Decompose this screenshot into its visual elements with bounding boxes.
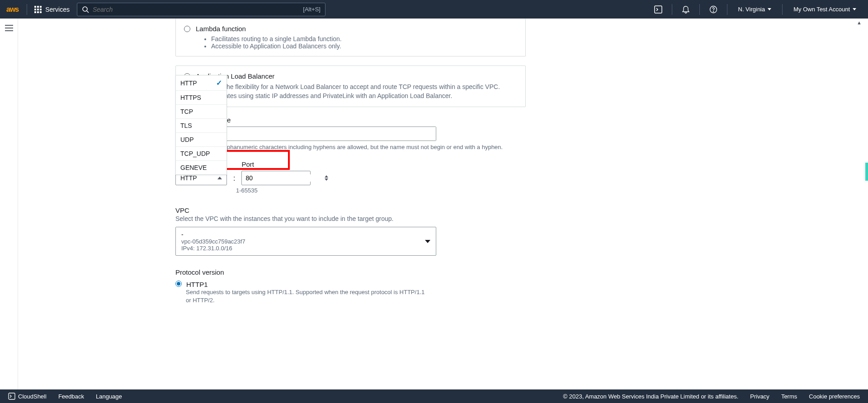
search-shortcut: [Alt+S] [303, 6, 321, 13]
target-type-option-alb[interactable]: Application Load Balancer the flexibilit… [175, 66, 526, 107]
protocol-option-geneve[interactable]: GENEVE [176, 161, 226, 174]
protocol-option-https[interactable]: HTTPS [176, 91, 226, 105]
svg-point-0 [83, 7, 87, 11]
caret-down-icon [768, 8, 771, 10]
divider [672, 4, 672, 15]
port-input[interactable] [245, 174, 325, 182]
divider [727, 4, 727, 15]
divider [699, 4, 700, 15]
svg-point-4 [713, 11, 714, 12]
lambda-bullet-2: Accessible to Application Load Balancers… [211, 42, 517, 50]
protocol-dropdown-list: HTTP ✓ HTTPS TCP TLS UDP TCP_UDP GENEVE [175, 75, 227, 175]
divider [27, 4, 27, 15]
http1-label: HTTP1 [186, 281, 208, 288]
alb-desc-2: ates using static IP addresses and Priva… [225, 92, 452, 99]
svg-line-1 [87, 11, 89, 13]
vpc-select[interactable]: - vpc-05d359cc759ac23f7 IPv4: 172.31.0.0… [175, 227, 436, 256]
services-menu-button[interactable]: Services [31, 6, 73, 13]
lambda-bullet-1: Facilitates routing to a single Lambda f… [211, 35, 517, 42]
services-label: Services [45, 6, 70, 13]
main-scroll-area[interactable]: Lambda function Facilitates routing to a… [18, 19, 868, 389]
aws-header: aws Services [Alt+S] N. Virginia My Own … [0, 0, 868, 19]
caret-down-icon [853, 8, 856, 10]
region-label: N. Virginia [738, 6, 765, 13]
protocol-version-title: Protocol version [175, 268, 526, 276]
http1-desc: Send requests to targets using HTTP/1.1.… [186, 288, 425, 305]
alb-desc-1: the flexibility for a Network Load Balan… [225, 83, 500, 90]
port-spinner[interactable] [325, 175, 328, 181]
vpc-desc: Select the VPC with the instances that y… [175, 215, 526, 222]
cloudshell-icon-button[interactable] [650, 1, 666, 18]
triangle-down-icon [425, 240, 430, 243]
check-icon: ✓ [216, 79, 222, 87]
region-selector[interactable]: N. Virginia [733, 6, 777, 13]
apps-grid-icon [34, 6, 42, 13]
protocol-option-http[interactable]: HTTP ✓ [176, 75, 226, 91]
triangle-up-icon [217, 177, 222, 179]
radio-http1[interactable] [175, 281, 182, 287]
aws-logo[interactable]: aws [6, 5, 19, 14]
account-label: My Own Test Account [793, 6, 850, 13]
target-group-name-label: e [227, 116, 526, 124]
search-bar[interactable]: [Alt+S] [77, 3, 326, 16]
lambda-label: Lambda function [196, 25, 246, 33]
protocol-option-tcp[interactable]: TCP [176, 105, 226, 119]
protocol-option-tls[interactable]: TLS [176, 119, 226, 133]
protocol-selected: HTTP [180, 174, 197, 182]
divider [782, 4, 783, 15]
vpc-selected-id: vpc-05d359cc759ac23f7 [181, 238, 245, 245]
target-type-option-lambda[interactable]: Lambda function Facilitates routing to a… [175, 19, 526, 56]
vpc-selected-name: - [181, 231, 245, 238]
name-help-text: phanumeric characters including hyphens … [227, 144, 526, 150]
scroll-arrow-up-icon[interactable]: ▲ [857, 20, 862, 25]
vpc-selected-ipv4: IPv4: 172.31.0.0/16 [181, 245, 245, 252]
help-button[interactable] [705, 1, 722, 18]
protocol-option-udp[interactable]: UDP [176, 133, 226, 147]
protocol-port-colon: : [233, 174, 235, 185]
notifications-button[interactable] [678, 1, 694, 18]
radio-lambda[interactable] [184, 26, 190, 32]
search-input[interactable] [93, 6, 303, 13]
spinner-down-icon[interactable] [325, 178, 328, 181]
port-range-hint: 1-65535 [236, 187, 526, 194]
scroll-indicator [865, 163, 868, 181]
hamburger-icon [5, 25, 13, 31]
sidebar-toggle[interactable] [0, 19, 18, 389]
vpc-title: VPC [175, 206, 526, 214]
protocol-option-tcpudp[interactable]: TCP_UDP [176, 147, 226, 161]
account-menu[interactable]: My Own Test Account [788, 6, 862, 13]
spinner-up-icon[interactable] [325, 175, 328, 178]
search-icon [82, 6, 89, 13]
port-label: Port [241, 160, 311, 168]
